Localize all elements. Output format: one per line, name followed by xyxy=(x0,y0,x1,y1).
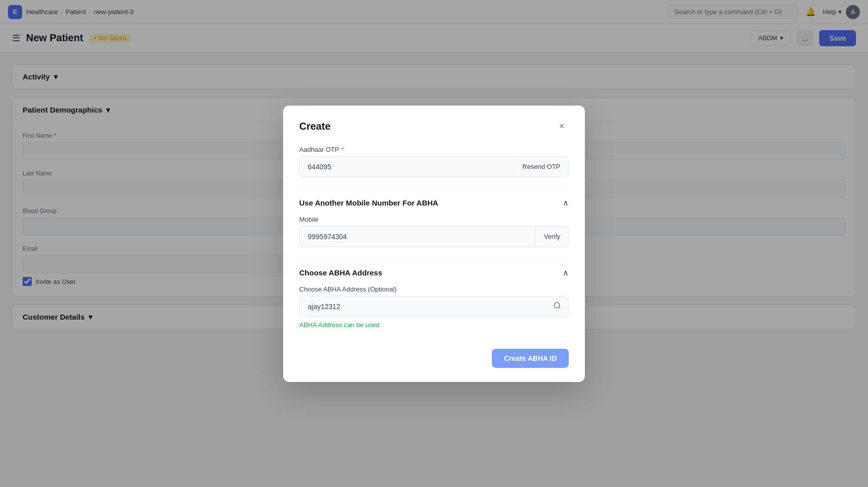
verify-button[interactable]: Verify xyxy=(535,228,568,245)
mobile-section-toggle[interactable]: Use Another Mobile Number For ABHA ∧ xyxy=(299,198,569,208)
mobile-label: Mobile xyxy=(299,216,569,223)
abha-address-label: Choose ABHA Address (Optional) xyxy=(299,285,569,293)
aadhaar-otp-label: Aadhaar OTP * xyxy=(299,146,569,153)
mobile-input[interactable] xyxy=(300,227,535,247)
modal-header: Create × xyxy=(299,120,569,134)
abha-address-field-row xyxy=(299,296,569,317)
abha-address-input[interactable] xyxy=(300,297,546,317)
resend-otp-button[interactable]: Resend OTP xyxy=(514,158,568,175)
modal-close-button[interactable]: × xyxy=(555,120,569,134)
aadhaar-otp-input[interactable] xyxy=(300,157,514,177)
mobile-section-chevron-icon: ∧ xyxy=(563,198,569,208)
modal-footer: Create ABHA ID xyxy=(299,341,569,368)
abha-address-chevron-icon: ∧ xyxy=(563,268,569,277)
abha-address-section-title: Choose ABHA Address xyxy=(299,268,382,277)
mobile-field-row: Verify xyxy=(299,226,569,247)
abha-status-text: ABHA Address can be used xyxy=(299,321,569,329)
modal-title: Create xyxy=(299,121,330,132)
section-divider-1 xyxy=(299,187,569,188)
svg-line-1 xyxy=(559,307,560,309)
create-abha-id-button[interactable]: Create ABHA ID xyxy=(492,349,569,368)
mobile-section-title: Use Another Mobile Number For ABHA xyxy=(299,199,438,207)
section-divider-2 xyxy=(299,257,569,258)
aadhaar-otp-required: * xyxy=(341,146,344,153)
abha-address-section-toggle[interactable]: Choose ABHA Address ∧ xyxy=(299,268,569,277)
aadhaar-otp-field-row: Resend OTP xyxy=(299,156,569,177)
create-modal: Create × Aadhaar OTP * Resend OTP Use An… xyxy=(283,106,585,382)
svg-point-0 xyxy=(554,303,560,308)
abha-search-button[interactable] xyxy=(546,297,568,317)
